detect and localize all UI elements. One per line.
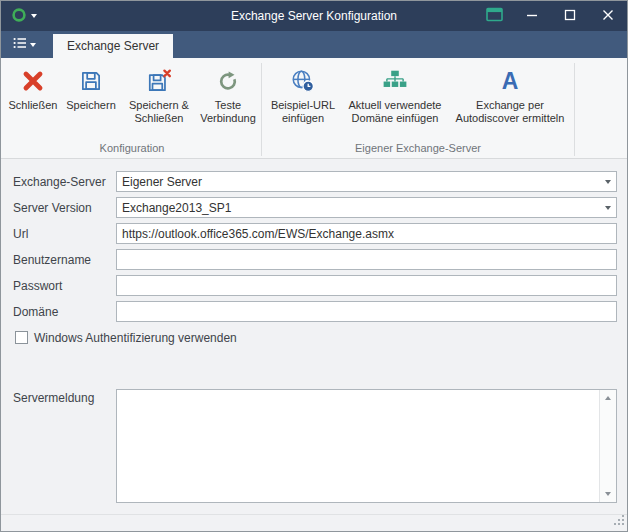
- field-label-benutzername: Benutzername: [13, 253, 116, 267]
- button-label: Schließen: [9, 99, 58, 112]
- combo-dropdown-button[interactable]: [599, 172, 616, 191]
- button-label: Beispiel-URL einfügen: [266, 99, 340, 125]
- field-row: Exchange-Server: [13, 171, 617, 192]
- save-button[interactable]: Speichern: [61, 62, 121, 139]
- exchange-server-combo: [116, 171, 617, 192]
- app-logo-icon: [11, 7, 27, 26]
- server-message-row: Servermeldung: [13, 389, 617, 503]
- ribbon: Schließen Speichern Speichern & Schließe…: [1, 58, 627, 159]
- chevron-down-icon: [605, 206, 611, 210]
- server-version-combo: [116, 197, 617, 218]
- server-message-textarea[interactable]: [117, 390, 599, 502]
- exchange-server-input[interactable]: [116, 171, 617, 192]
- statusbar: [1, 514, 627, 531]
- field-row: Domäne: [13, 301, 617, 322]
- globe-icon: [289, 67, 317, 95]
- scrollbar[interactable]: [599, 390, 616, 502]
- list-icon: [13, 37, 27, 52]
- letter-a-icon: A: [496, 67, 524, 95]
- app-window: Exchange Server Konfiguration: [0, 0, 628, 532]
- scroll-up-icon: [605, 396, 611, 400]
- field-label-domaene: Domäne: [13, 305, 116, 319]
- tab-exchange-server[interactable]: Exchange Server: [53, 34, 173, 58]
- button-label: Exchange per Autodiscover ermitteln: [450, 99, 570, 125]
- close-icon: [19, 67, 47, 95]
- window-options-button[interactable]: [475, 1, 513, 31]
- button-label: Teste Verbindung: [199, 99, 257, 125]
- url-field: [116, 223, 617, 244]
- field-label-url: Url: [13, 227, 116, 241]
- window-controls: [475, 1, 627, 31]
- domain-field: [116, 301, 617, 322]
- save-icon: [77, 67, 105, 95]
- org-chart-icon: [381, 67, 409, 95]
- test-connection-button[interactable]: Teste Verbindung: [197, 62, 259, 139]
- maximize-button[interactable]: [551, 1, 589, 31]
- ribbon-group-konfiguration: Schließen Speichern Speichern & Schließe…: [3, 60, 261, 158]
- scroll-down-button[interactable]: [600, 486, 616, 502]
- field-label-server-version: Server Version: [13, 201, 116, 215]
- refresh-icon: [214, 67, 242, 95]
- chevron-down-icon: [30, 43, 36, 47]
- field-label-passwort: Passwort: [13, 279, 116, 293]
- resize-grip[interactable]: [614, 515, 625, 529]
- server-message-box: [116, 389, 617, 503]
- scroll-down-icon: [605, 492, 611, 496]
- field-label-servermeldung: Servermeldung: [13, 389, 116, 405]
- domain-input[interactable]: [116, 301, 617, 322]
- save-close-icon: [145, 67, 173, 95]
- ribbon-group-buttons: Schließen Speichern Speichern & Schließe…: [3, 60, 261, 139]
- chevron-down-icon: [605, 180, 611, 184]
- windows-auth-label: Windows Authentifizierung verwenden: [34, 331, 237, 345]
- close-button[interactable]: Schließen: [5, 62, 61, 139]
- button-label: Aktuell verwendete Domäne einfügen: [344, 99, 446, 125]
- maximize-icon: [564, 9, 576, 24]
- group-separator: [574, 63, 575, 156]
- form-area: Exchange-Server Server Version Url Benut…: [1, 159, 627, 514]
- minimize-button[interactable]: [513, 1, 551, 31]
- windows-auth-checkbox[interactable]: [15, 331, 28, 344]
- ribbon-group-eigener-exchange-server: Beispiel-URL einfügen Aktuell verwendete…: [262, 60, 574, 158]
- autodiscover-button[interactable]: A Exchange per Autodiscover ermitteln: [448, 62, 572, 139]
- username-input[interactable]: [116, 249, 617, 270]
- group-label-konfiguration: Konfiguration: [3, 139, 261, 158]
- field-row: Url: [13, 223, 617, 244]
- window-icon: [486, 7, 503, 25]
- titlebar: Exchange Server Konfiguration: [1, 1, 627, 31]
- field-row: Passwort: [13, 275, 617, 296]
- scroll-up-button[interactable]: [600, 390, 616, 406]
- ribbon-group-buttons: Beispiel-URL einfügen Aktuell verwendete…: [262, 60, 574, 139]
- ribbon-menu-button[interactable]: [1, 31, 47, 58]
- save-close-button[interactable]: Speichern & Schließen: [121, 62, 197, 139]
- button-label: Speichern & Schließen: [123, 99, 195, 125]
- windows-auth-row: Windows Authentifizierung verwenden: [15, 330, 617, 345]
- group-label-eigener-exchange-server: Eigener Exchange-Server: [262, 139, 574, 158]
- field-row: Server Version: [13, 197, 617, 218]
- button-label: Speichern: [66, 99, 116, 112]
- username-field: [116, 249, 617, 270]
- minimize-icon: [526, 9, 538, 24]
- chevron-down-icon: [31, 14, 37, 18]
- server-version-input[interactable]: [116, 197, 617, 218]
- password-input[interactable]: [116, 275, 617, 296]
- field-label-exchange-server: Exchange-Server: [13, 175, 116, 189]
- combo-dropdown-button[interactable]: [599, 198, 616, 217]
- url-input[interactable]: [116, 223, 617, 244]
- app-menu-button[interactable]: [1, 1, 47, 31]
- insert-current-domain-button[interactable]: Aktuell verwendete Domäne einfügen: [342, 62, 448, 139]
- password-field: [116, 275, 617, 296]
- field-row: Benutzername: [13, 249, 617, 270]
- close-window-icon: [602, 9, 614, 24]
- insert-sample-url-button[interactable]: Beispiel-URL einfügen: [264, 62, 342, 139]
- ribbon-tab-strip: Exchange Server: [1, 31, 627, 58]
- close-window-button[interactable]: [589, 1, 627, 31]
